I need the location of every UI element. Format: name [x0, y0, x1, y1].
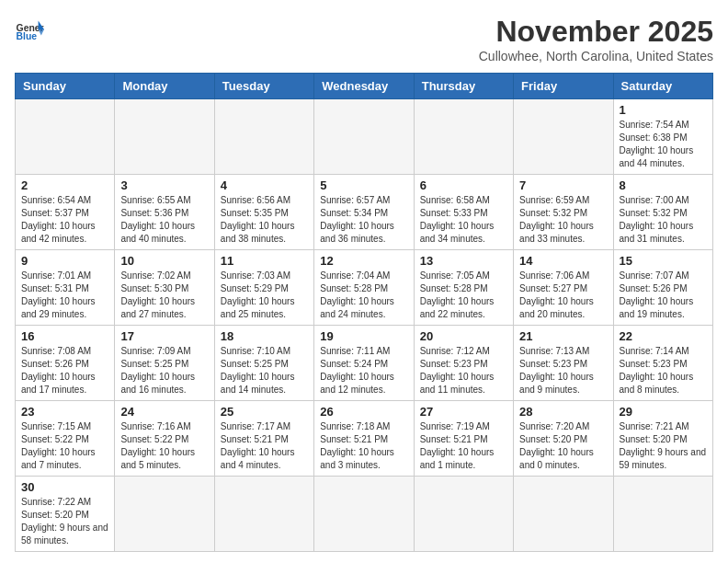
day-info: Sunrise: 6:56 AM Sunset: 5:35 PM Dayligh…	[221, 194, 308, 246]
day-number: 3	[120, 178, 208, 192]
calendar-cell: 20Sunrise: 7:12 AM Sunset: 5:23 PM Dayli…	[414, 326, 513, 401]
calendar-cell: 8Sunrise: 7:00 AM Sunset: 5:32 PM Daylig…	[613, 175, 712, 250]
calendar-cell: 26Sunrise: 7:18 AM Sunset: 5:21 PM Dayli…	[314, 401, 414, 477]
calendar-cell: 5Sunrise: 6:57 AM Sunset: 5:34 PM Daylig…	[314, 175, 414, 250]
day-number: 22	[620, 329, 707, 343]
day-info: Sunrise: 6:55 AM Sunset: 5:36 PM Dayligh…	[120, 194, 208, 246]
day-number: 2	[21, 178, 108, 192]
day-info: Sunrise: 7:22 AM Sunset: 5:20 PM Dayligh…	[21, 496, 108, 547]
logo-icon: General Blue	[15, 15, 44, 44]
day-number: 25	[221, 405, 308, 419]
day-number: 8	[620, 178, 707, 192]
day-info: Sunrise: 7:21 AM Sunset: 5:20 PM Dayligh…	[620, 420, 707, 472]
calendar-cell	[16, 99, 115, 175]
calendar-cell	[613, 477, 712, 552]
day-number: 26	[320, 405, 407, 419]
calendar-cell	[514, 99, 613, 175]
day-number: 10	[120, 254, 208, 268]
calendar-cell: 21Sunrise: 7:13 AM Sunset: 5:23 PM Dayli…	[514, 326, 613, 401]
day-number: 29	[620, 405, 707, 419]
day-number: 15	[620, 254, 707, 268]
calendar-cell: 18Sunrise: 7:10 AM Sunset: 5:25 PM Dayli…	[214, 326, 313, 401]
day-number: 21	[519, 329, 607, 343]
calendar-cell	[314, 477, 414, 552]
day-header-monday: Monday	[115, 74, 214, 99]
day-info: Sunrise: 6:59 AM Sunset: 5:32 PM Dayligh…	[519, 194, 607, 246]
day-info: Sunrise: 6:58 AM Sunset: 5:33 PM Dayligh…	[420, 194, 507, 246]
day-header-wednesday: Wednesday	[314, 74, 414, 99]
calendar-table: SundayMondayTuesdayWednesdayThursdayFrid…	[15, 73, 713, 552]
calendar-cell: 14Sunrise: 7:06 AM Sunset: 5:27 PM Dayli…	[514, 250, 613, 326]
day-info: Sunrise: 7:15 AM Sunset: 5:22 PM Dayligh…	[21, 420, 108, 472]
location-subtitle: Cullowhee, North Carolina, United States	[479, 49, 713, 63]
day-number: 9	[21, 254, 108, 268]
day-number: 4	[221, 178, 308, 192]
calendar-cell: 19Sunrise: 7:11 AM Sunset: 5:24 PM Dayli…	[314, 326, 414, 401]
title-block: November 2025 Cullowhee, North Carolina,…	[479, 15, 713, 63]
day-info: Sunrise: 7:07 AM Sunset: 5:26 PM Dayligh…	[620, 270, 707, 321]
day-number: 12	[320, 254, 407, 268]
day-info: Sunrise: 7:10 AM Sunset: 5:25 PM Dayligh…	[221, 345, 308, 396]
calendar-cell: 25Sunrise: 7:17 AM Sunset: 5:21 PM Dayli…	[214, 401, 313, 477]
day-number: 14	[519, 254, 607, 268]
calendar-cell: 12Sunrise: 7:04 AM Sunset: 5:28 PM Dayli…	[314, 250, 414, 326]
day-info: Sunrise: 7:20 AM Sunset: 5:20 PM Dayligh…	[519, 420, 607, 472]
calendar-cell: 1Sunrise: 7:54 AM Sunset: 6:38 PM Daylig…	[613, 99, 712, 175]
calendar-cell: 11Sunrise: 7:03 AM Sunset: 5:29 PM Dayli…	[214, 250, 313, 326]
day-header-tuesday: Tuesday	[214, 74, 313, 99]
day-info: Sunrise: 6:54 AM Sunset: 5:37 PM Dayligh…	[21, 194, 108, 246]
calendar-cell: 6Sunrise: 6:58 AM Sunset: 5:33 PM Daylig…	[414, 175, 513, 250]
day-info: Sunrise: 7:18 AM Sunset: 5:21 PM Dayligh…	[320, 420, 407, 472]
calendar-cell	[414, 477, 513, 552]
day-number: 28	[519, 405, 607, 419]
day-info: Sunrise: 7:11 AM Sunset: 5:24 PM Dayligh…	[320, 345, 407, 396]
calendar-week-row: 9Sunrise: 7:01 AM Sunset: 5:31 PM Daylig…	[16, 250, 713, 326]
calendar-cell: 4Sunrise: 6:56 AM Sunset: 5:35 PM Daylig…	[214, 175, 313, 250]
day-info: Sunrise: 7:17 AM Sunset: 5:21 PM Dayligh…	[221, 420, 308, 472]
day-number: 5	[320, 178, 407, 192]
svg-text:Blue: Blue	[17, 31, 38, 41]
day-info: Sunrise: 7:14 AM Sunset: 5:23 PM Dayligh…	[620, 345, 707, 396]
day-info: Sunrise: 6:57 AM Sunset: 5:34 PM Dayligh…	[320, 194, 407, 246]
calendar-cell: 16Sunrise: 7:08 AM Sunset: 5:26 PM Dayli…	[16, 326, 115, 401]
day-info: Sunrise: 7:19 AM Sunset: 5:21 PM Dayligh…	[420, 420, 507, 472]
day-info: Sunrise: 7:04 AM Sunset: 5:28 PM Dayligh…	[320, 270, 407, 321]
calendar-week-row: 23Sunrise: 7:15 AM Sunset: 5:22 PM Dayli…	[16, 401, 713, 477]
month-year-title: November 2025	[479, 15, 713, 49]
day-number: 13	[420, 254, 507, 268]
day-number: 23	[21, 405, 108, 419]
calendar-header-row: SundayMondayTuesdayWednesdayThursdayFrid…	[16, 74, 713, 99]
calendar-cell: 23Sunrise: 7:15 AM Sunset: 5:22 PM Dayli…	[16, 401, 115, 477]
calendar-cell: 30Sunrise: 7:22 AM Sunset: 5:20 PM Dayli…	[16, 477, 115, 552]
day-header-thursday: Thursday	[414, 74, 513, 99]
day-number: 11	[221, 254, 308, 268]
day-header-sunday: Sunday	[16, 74, 115, 99]
day-info: Sunrise: 7:16 AM Sunset: 5:22 PM Dayligh…	[120, 420, 208, 472]
day-number: 19	[320, 329, 407, 343]
day-info: Sunrise: 7:08 AM Sunset: 5:26 PM Dayligh…	[21, 345, 108, 396]
day-number: 20	[420, 329, 507, 343]
calendar-cell: 15Sunrise: 7:07 AM Sunset: 5:26 PM Dayli…	[613, 250, 712, 326]
day-info: Sunrise: 7:01 AM Sunset: 5:31 PM Dayligh…	[21, 270, 108, 321]
calendar-cell: 13Sunrise: 7:05 AM Sunset: 5:28 PM Dayli…	[414, 250, 513, 326]
day-info: Sunrise: 7:05 AM Sunset: 5:28 PM Dayligh…	[420, 270, 507, 321]
day-number: 17	[120, 329, 208, 343]
calendar-cell: 28Sunrise: 7:20 AM Sunset: 5:20 PM Dayli…	[514, 401, 613, 477]
calendar-cell: 29Sunrise: 7:21 AM Sunset: 5:20 PM Dayli…	[613, 401, 712, 477]
calendar-cell	[514, 477, 613, 552]
calendar-cell: 24Sunrise: 7:16 AM Sunset: 5:22 PM Dayli…	[115, 401, 214, 477]
day-info: Sunrise: 7:12 AM Sunset: 5:23 PM Dayligh…	[420, 345, 507, 396]
day-info: Sunrise: 7:03 AM Sunset: 5:29 PM Dayligh…	[221, 270, 308, 321]
calendar-cell: 10Sunrise: 7:02 AM Sunset: 5:30 PM Dayli…	[115, 250, 214, 326]
day-number: 18	[221, 329, 308, 343]
day-info: Sunrise: 7:09 AM Sunset: 5:25 PM Dayligh…	[120, 345, 208, 396]
day-number: 24	[120, 405, 208, 419]
day-info: Sunrise: 7:13 AM Sunset: 5:23 PM Dayligh…	[519, 345, 607, 396]
calendar-week-row: 16Sunrise: 7:08 AM Sunset: 5:26 PM Dayli…	[16, 326, 713, 401]
day-number: 30	[21, 480, 108, 494]
day-number: 27	[420, 405, 507, 419]
calendar-cell: 9Sunrise: 7:01 AM Sunset: 5:31 PM Daylig…	[16, 250, 115, 326]
calendar-cell: 17Sunrise: 7:09 AM Sunset: 5:25 PM Dayli…	[115, 326, 214, 401]
calendar-cell	[214, 477, 313, 552]
day-info: Sunrise: 7:06 AM Sunset: 5:27 PM Dayligh…	[519, 270, 607, 321]
